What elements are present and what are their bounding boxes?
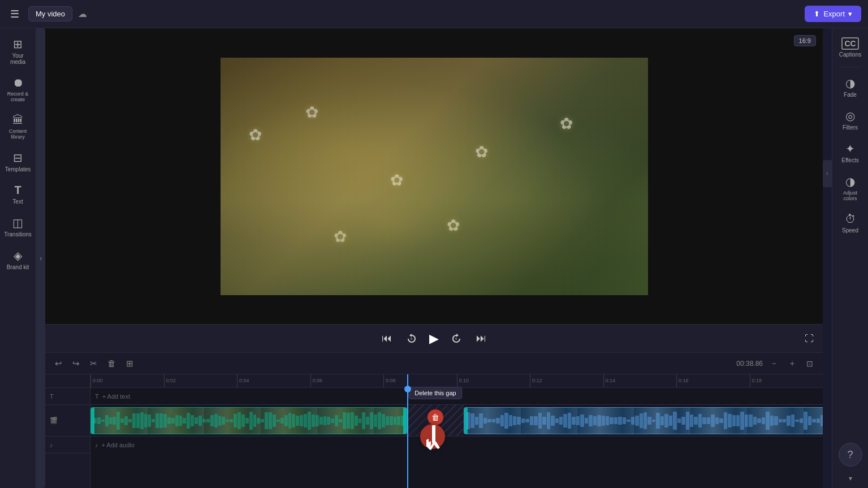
clip-right-handle[interactable] [403,408,407,434]
effects-icon: ✦ [845,142,855,156]
timeline-toolbar: ↩ ↪ ✂ 🗑 ⊞ 00:38.86 － ＋ ⊡ [45,353,823,374]
content-library-icon: 🏛 [12,114,24,127]
sidebar-item-fade[interactable]: ◑ Fade [835,72,866,102]
sidebar-item-content-library[interactable]: 🏛 Contentlibrary [2,109,34,144]
flower-decoration [447,216,464,233]
filters-label: Filters [843,124,858,131]
sidebar-item-label: Templates [5,166,31,172]
sidebar-item-brand-kit[interactable]: ◈ Brand kit [2,244,34,275]
effects-label: Effects [841,157,858,163]
delete-gap-button[interactable]: 🗑 [427,409,443,425]
ruler-mark: 0:16 [676,374,750,387]
aspect-ratio-button[interactable]: 16:9 [794,35,816,46]
captions-label: Captions [839,51,861,58]
left-sidebar: ⊞ Your media ⏺ Record &create 🏛 Contentl… [0,28,36,488]
redo-button[interactable]: ↪ [70,357,83,370]
tracks-container: T + Add text // Generate waveform bars i… [90,388,823,488]
playhead [407,388,408,488]
ruler-mark: 0:14 [603,374,677,387]
clip-waveform: // Generate waveform bars inline const w… [91,408,407,434]
ruler-mark: 0:02 [164,374,237,387]
text-track[interactable]: T + Add text [90,388,823,405]
flower-decoration [560,114,577,131]
video-track-label: 🎬 [45,405,90,437]
filters-icon: ◎ [845,109,855,123]
clip-waveform: const waveContainer2 = document.currentS… [464,408,823,434]
forward-button[interactable]: 5 [448,330,465,347]
templates-icon: ⊟ [13,151,23,165]
flower-decoration [334,227,351,244]
topbar: ☰ My video ☁ ⬆ Export ▾ [0,0,868,28]
video-clip-1[interactable]: // Generate waveform bars inline const w… [90,407,407,434]
your-media-icon: ⊞ [13,37,23,51]
fullscreen-button[interactable]: ⛶ [805,334,814,344]
speed-label: Speed [842,227,858,234]
video-clip-2[interactable]: const waveContainer2 = document.currentS… [464,407,823,434]
sidebar-divider [839,67,862,67]
help-button[interactable]: ? [839,443,862,467]
skip-to-start-button[interactable]: ⏮ [379,330,394,347]
text-track-label: T [45,388,90,405]
delete-button[interactable]: 🗑 [105,357,119,370]
add-text-label[interactable]: + Add text [102,393,130,400]
cut-button[interactable]: ✂ [87,357,100,370]
sidebar-item-record-create[interactable]: ⏺ Record &create [2,72,34,107]
export-button[interactable]: ⬆ Export ▾ [805,6,861,22]
sidebar-item-label: Transitions [4,231,32,237]
speed-icon: ⏱ [845,213,856,226]
svg-text:5: 5 [455,337,457,340]
sidebar-item-label: Brand kit [7,264,29,270]
left-sidebar-collapse-button[interactable]: › [36,28,45,488]
sidebar-item-speed[interactable]: ⏱ Speed [835,208,866,238]
adjust-colors-icon: ◑ [845,175,855,188]
sidebar-item-label: Record &create [7,91,29,102]
video-track: // Generate waveform bars inline const w… [90,405,823,437]
right-sidebar: CC Captions ◑ Fade ◎ Filters ✦ Effects ◑… [832,28,868,488]
sidebar-item-filters[interactable]: ◎ Filters [835,105,866,135]
video-preview: 16:9 [45,28,823,324]
sidebar-item-templates[interactable]: ⊟ Templates [2,146,34,177]
right-sidebar-collapse-button[interactable]: ‹ [823,160,832,187]
rewind-button[interactable]: 5 [403,330,420,347]
ruler-mark: 0:06 [310,374,384,387]
sidebar-item-label: Text [12,198,23,205]
cloud-save-icon: ☁ [78,8,87,19]
gap-area: Delete this gap 🗑 [407,405,464,436]
chevron-down-button[interactable]: ▾ [848,473,853,483]
zoom-in-button[interactable]: ＋ [785,357,799,370]
fit-button[interactable]: ⊡ [804,357,816,370]
sidebar-item-effects[interactable]: ✦ Effects [835,137,866,168]
project-name-input[interactable]: My video [28,6,72,21]
text-icon: T [14,184,21,197]
sidebar-item-your-media[interactable]: ⊞ Your media [2,33,34,70]
ruler-mark: 0:08 [383,374,457,387]
add-clip-button[interactable]: ⊞ [123,357,136,370]
export-label: Export [823,10,845,18]
ruler-mark: 0:12 [530,374,603,387]
fade-icon: ◑ [845,76,855,90]
zoom-out-button[interactable]: － [767,357,781,370]
add-audio-label[interactable]: + Add audio [102,442,135,448]
center-area: 16:9 ⏮ 5 ▶ 5 ⏭ ⛶ ↩ [45,28,823,488]
flower-decoration [305,103,322,120]
ruler-mark: 0:00 [90,374,164,387]
play-button[interactable]: ▶ [429,331,439,346]
fade-label: Fade [844,92,857,98]
text-track-icon: T [95,393,99,400]
sidebar-item-captions[interactable]: CC Captions [835,33,866,62]
menu-button[interactable]: ☰ [7,6,23,23]
flower-decoration [475,142,492,159]
timeline-time: 00:38.86 [736,360,763,368]
sidebar-item-adjust-colors[interactable]: ◑ Adjustcolors [835,170,866,206]
track-labels: T 🎬 ♪ [45,374,90,488]
sidebar-item-text[interactable]: T Text [2,179,34,209]
undo-button[interactable]: ↩ [52,357,65,370]
sidebar-item-transitions[interactable]: ◫ Transitions [2,211,34,242]
timeline-ruler: 0:00 0:02 0:04 0:06 0:08 0:10 0:12 0:14 … [90,374,823,388]
skip-to-end-button[interactable]: ⏭ [474,330,489,347]
audio-track[interactable]: ♪ + Add audio [90,437,823,454]
audio-track-label: ♪ [45,437,90,454]
video-frame [221,58,648,295]
timeline-area: ↩ ↪ ✂ 🗑 ⊞ 00:38.86 － ＋ ⊡ T 🎬 ♪ [45,352,823,488]
main-area: ⊞ Your media ⏺ Record &create 🏛 Contentl… [0,28,868,488]
